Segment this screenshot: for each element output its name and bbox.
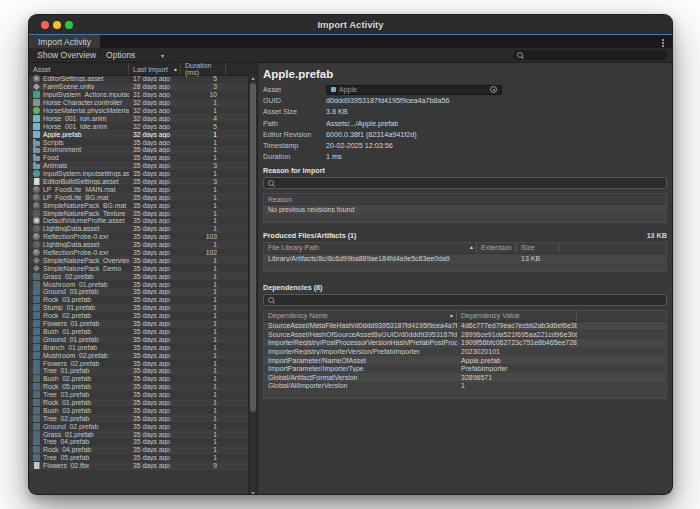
asset-row[interactable]: Environment 35 days ago 1	[29, 146, 248, 154]
asset-name: Animals	[43, 162, 129, 169]
asset-row[interactable]: Rock_03.prefab 35 days ago 1	[29, 296, 248, 304]
asset-last-import: 35 days ago	[129, 304, 181, 311]
asset-row[interactable]: Stump_01.prefab 35 days ago 1	[29, 304, 248, 312]
dependencies-search-input[interactable]	[274, 296, 635, 304]
kebab-menu-icon[interactable]	[662, 39, 664, 41]
tab-import-activity[interactable]: Import Activity	[29, 35, 100, 48]
asset-row[interactable]: LightingData.asset 35 days ago 1	[29, 225, 248, 233]
asset-row[interactable]: Tree_02.prefab 35 days ago 1	[29, 414, 248, 422]
column-extension[interactable]: Extension	[477, 243, 517, 253]
toolbar-search-input[interactable]	[523, 51, 646, 59]
asset-row[interactable]: Bush_03.prefab 35 days ago 1	[29, 406, 248, 414]
asset-row[interactable]: Mushroom_01.prefab 35 days ago 1	[29, 280, 248, 288]
dependency-row[interactable]: Global/AllImporterVersion 1	[264, 382, 666, 391]
asset-row[interactable]: Branch_01.prefab 35 days ago 1	[29, 343, 248, 351]
asset-row[interactable]: SimpleNaturePack_BG.mat 35 days ago 1	[29, 201, 248, 209]
asset-row[interactable]: Grass_02.prefab 35 days ago 1	[29, 272, 248, 280]
asset-row[interactable]: Rock_05.prefab 35 days ago 1	[29, 383, 248, 391]
column-file-library-path[interactable]: File Library Path ▲	[264, 243, 477, 253]
asset-row[interactable]: Scripts 35 days ago 1	[29, 138, 248, 146]
scroll-up-icon[interactable]: ▲	[249, 75, 257, 82]
dependency-row[interactable]: ImporterRegistry/PostProcessorVersionHas…	[264, 339, 666, 348]
column-size[interactable]: Size	[517, 243, 559, 253]
dependency-row[interactable]: SourceAsset/MetaFileHash/d0ddd93953187fd…	[264, 322, 666, 331]
asset-row[interactable]: Bush_02.prefab 35 days ago 1	[29, 375, 248, 383]
dependency-row[interactable]: ImportParameter/NameOfAsset Apple.prefab	[264, 356, 666, 365]
asset-row[interactable]: Rock_04.prefab 35 days ago 1	[29, 446, 248, 454]
reason-row[interactable]: No previous revisions found	[264, 205, 666, 214]
titlebar[interactable]: Import Activity	[29, 15, 672, 34]
scroll-down-icon[interactable]: ▼	[249, 490, 257, 495]
asset-row[interactable]: Rock_02.prefab 35 days ago 1	[29, 312, 248, 320]
asset-row[interactable]: SimpleNaturePack_Overview 35 days ago 1	[29, 256, 248, 264]
asset-row[interactable]: Tree_01.prefab 35 days ago 1	[29, 367, 248, 375]
asset-row[interactable]: Apple.prefab 32 days ago 1	[29, 130, 248, 138]
asset-row[interactable]: Bush_01.prefab 35 days ago 1	[29, 328, 248, 336]
asset-row[interactable]: InputSystem_Actions.inputactio 31 days a…	[29, 91, 248, 99]
asset-row[interactable]: Horse_001_idle.anim 32 days ago 5	[29, 122, 248, 130]
asset-type-icon	[33, 107, 40, 114]
asset-row[interactable]: Rock_01.prefab 35 days ago 1	[29, 399, 248, 407]
asset-row[interactable]: Ground_01.prefab 35 days ago 1	[29, 335, 248, 343]
produced-row[interactable]: Library/Artifacts/8c/8c6d99ba889ae184fd4…	[264, 254, 666, 263]
asset-row[interactable]: EditorSettings.asset 17 days ago 5	[29, 75, 248, 83]
reason-search-input[interactable]	[274, 179, 635, 187]
asset-row[interactable]: Ground_03.prefab 35 days ago 1	[29, 288, 248, 296]
asset-row[interactable]: EditorBuildSettings.asset 35 days ago 3	[29, 178, 248, 186]
asset-duration: 1	[181, 423, 226, 430]
reason-search[interactable]	[263, 177, 667, 189]
asset-row[interactable]: Food 35 days ago 1	[29, 154, 248, 162]
asset-row[interactable]: Mushroom_02.prefab 35 days ago 1	[29, 351, 248, 359]
dependency-row[interactable]: ImportParameter/ImporterType PrefabImpor…	[264, 364, 666, 373]
show-overview-button[interactable]: Show Overview	[37, 50, 96, 60]
asset-row[interactable]: SimpleNaturePack_Texture_01.m 35 days ag…	[29, 209, 248, 217]
asset-row[interactable]: Tree_05.prefab 35 days ago 1	[29, 454, 248, 462]
dependency-row[interactable]: ImporterRegistry/ImporterVersion/PrefabI…	[264, 347, 666, 356]
asset-type-icon	[33, 344, 40, 351]
dependencies-search[interactable]	[263, 294, 667, 306]
asset-row[interactable]: Ground_02.prefab 35 days ago 1	[29, 422, 248, 430]
asset-row[interactable]: LP_FoodLite_BG.mat 35 days ago 1	[29, 193, 248, 201]
detail-field-row: Duration 1 ms	[263, 151, 667, 162]
asset-row[interactable]: Tree_03.prefab 35 days ago 1	[29, 391, 248, 399]
column-asset[interactable]: Asset	[29, 63, 129, 75]
column-last-import[interactable]: Last Import ▲	[129, 63, 181, 75]
dependency-row[interactable]: Global/ArtifactFormatVersion 32896571	[264, 373, 666, 382]
toolbar-search[interactable]	[513, 50, 667, 60]
asset-row[interactable]: ReflectionProbe-0.exr 35 days ago 102	[29, 249, 248, 257]
asset-row[interactable]: HorseMaterial.physicMaterial 32 days ago…	[29, 107, 248, 115]
asset-row[interactable]: SimpleNaturePack_Demo 35 days ago 1	[29, 264, 248, 272]
scrollbar-thumb[interactable]	[250, 83, 256, 412]
asset-row[interactable]: Flowers_02.fbx 35 days ago 9	[29, 462, 248, 470]
asset-duration: 1	[181, 281, 226, 288]
asset-object-field[interactable]: Apple	[326, 85, 502, 95]
object-picker-icon[interactable]	[490, 86, 497, 93]
column-duration[interactable]: Duration (ms)	[181, 63, 226, 75]
column-reason[interactable]: Reason	[264, 194, 666, 204]
asset-row[interactable]: FarmScene.unity 28 days ago 3	[29, 83, 248, 91]
asset-row[interactable]: Flowers_01.prefab 35 days ago 1	[29, 320, 248, 328]
asset-row[interactable]: ReflectionProbe-0.exr 35 days ago 103	[29, 233, 248, 241]
asset-row[interactable]: Animals 35 days ago 3	[29, 162, 248, 170]
column-dependency-value[interactable]: Dependency Value	[457, 311, 577, 321]
asset-last-import: 35 days ago	[129, 375, 181, 382]
zoom-window-icon[interactable]	[65, 21, 73, 29]
options-dropdown[interactable]: Options ▾	[106, 50, 164, 60]
produced-total-size: 13 KB	[647, 231, 667, 240]
asset-row[interactable]: Grass_01.prefab 35 days ago 1	[29, 430, 248, 438]
column-dependency-name[interactable]: Dependency Name ▲	[264, 311, 457, 321]
asset-duration: 103	[181, 233, 226, 240]
asset-row[interactable]: LP_FoodLite_MAIN.mat 35 days ago 1	[29, 185, 248, 193]
asset-row[interactable]: Horse Character.controller 32 days ago 1	[29, 99, 248, 107]
asset-row[interactable]: DefaultVolumeProfile.asset 35 days ago 1	[29, 217, 248, 225]
minimize-window-icon[interactable]	[53, 21, 61, 29]
asset-row[interactable]: LightingData.asset 35 days ago 1	[29, 241, 248, 249]
asset-row[interactable]: Horse_001_run.anim 32 days ago 4	[29, 114, 248, 122]
close-window-icon[interactable]	[41, 21, 49, 29]
asset-row[interactable]: Flowers_02.prefab 35 days ago 1	[29, 359, 248, 367]
asset-type-icon	[33, 91, 40, 98]
asset-row[interactable]: InputSystem.inputsettings.asse 35 days a…	[29, 170, 248, 178]
list-scrollbar[interactable]: ▲ ▼	[248, 75, 257, 495]
asset-row[interactable]: Tree_04.prefab 35 days ago 1	[29, 438, 248, 446]
dependency-row[interactable]: SourceAsset/HashOfSourceAssetByGUID/d0dd…	[264, 330, 666, 339]
